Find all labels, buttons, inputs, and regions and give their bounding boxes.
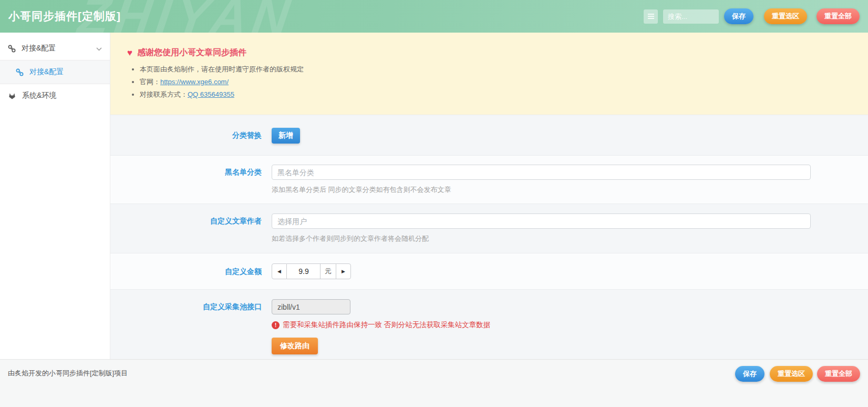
link-icon bbox=[8, 45, 16, 53]
notice-title-row: ♥ 感谢您使用小哥文章同步插件 bbox=[127, 47, 851, 58]
form-row-category-replace: 分类替换 新增 bbox=[110, 115, 868, 155]
author-select-input[interactable] bbox=[272, 213, 811, 229]
heart-icon: ♥ bbox=[127, 48, 132, 58]
form-row-author: 自定义文章作者 如若选择多个作者则同步到的文章作者将会随机分配 bbox=[110, 204, 868, 253]
reset-all-button[interactable]: 重置全部 bbox=[817, 8, 860, 24]
sidebar-item-label: 系统&环境 bbox=[22, 91, 56, 100]
reset-all-button[interactable]: 重置全部 bbox=[817, 366, 860, 382]
notice-line-contact: 对接联系方式：QQ 635649355 bbox=[140, 91, 851, 99]
amount-value-input[interactable] bbox=[287, 263, 321, 279]
stepper-decrease-button[interactable]: ◀ bbox=[272, 263, 287, 279]
stepper-increase-button[interactable]: ▶ bbox=[336, 263, 351, 279]
contact-label: 对接联系方式： bbox=[140, 90, 188, 98]
field-label: 分类替换 bbox=[110, 128, 272, 144]
amount-unit-label: 元 bbox=[320, 263, 336, 279]
header-bar: ZHIYAN 小哥同步插件[定制版] 保存 重置选区 重置全部 bbox=[0, 0, 868, 33]
notice-list: 本页面由炙焰制作，请在使用时遵守原作者的版权规定 官网：https://www.… bbox=[140, 66, 851, 99]
field-label: 自定义文章作者 bbox=[110, 213, 272, 243]
blacklist-category-input[interactable] bbox=[272, 165, 811, 180]
sidebar: 对接&配置 对接&配置 系统&环境 bbox=[0, 33, 110, 359]
form-row-blacklist: 黑名单分类 添加黑名单分类后 同步的文章分类如有包含则不会发布文章 bbox=[110, 155, 868, 204]
menu-icon[interactable] bbox=[644, 9, 658, 24]
warning-text: 需要和采集站插件路由保持一致 否则分站无法获取采集站文章数据 bbox=[283, 320, 490, 330]
header-toolbar: 保存 重置选区 重置全部 bbox=[644, 8, 860, 24]
page-title: 小哥同步插件[定制版] bbox=[8, 9, 121, 24]
reset-selection-button[interactable]: 重置选区 bbox=[764, 8, 807, 24]
notice-line-website: 官网：https://www.xge6.com/ bbox=[140, 78, 851, 86]
website-link[interactable]: https://www.xge6.com/ bbox=[160, 78, 229, 86]
form-row-api-endpoint: 自定义采集池接口 ! 需要和采集站插件路由保持一致 否则分站无法获取采集站文章数… bbox=[110, 289, 868, 359]
qq-contact-link[interactable]: QQ 635649355 bbox=[188, 90, 234, 98]
field-label: 自定义采集池接口 bbox=[110, 299, 272, 354]
chevron-down-icon bbox=[96, 44, 102, 53]
add-category-button[interactable]: 新增 bbox=[272, 128, 300, 144]
link-icon bbox=[16, 68, 24, 76]
reset-selection-button[interactable]: 重置选区 bbox=[770, 366, 813, 382]
field-help-text: 添加黑名单分类后 同步的文章分类如有包含则不会发布文章 bbox=[272, 185, 811, 195]
api-warning: ! 需要和采集站插件路由保持一致 否则分站无法获取采集站文章数据 bbox=[272, 320, 811, 330]
footer-credit-text: 由炙焰开发的小哥同步插件[定制版]项目 bbox=[8, 366, 128, 381]
notice-line-copyright: 本页面由炙焰制作，请在使用时遵守原作者的版权规定 bbox=[140, 66, 851, 74]
website-label: 官网： bbox=[140, 78, 160, 86]
sidebar-group-config[interactable]: 对接&配置 bbox=[0, 37, 110, 60]
notice-title: 感谢您使用小哥文章同步插件 bbox=[137, 47, 246, 58]
api-endpoint-input[interactable] bbox=[272, 299, 350, 314]
warning-icon: ! bbox=[272, 321, 280, 329]
form-row-amount: 自定义金额 ◀ 元 ▶ bbox=[110, 253, 868, 289]
amount-stepper: ◀ 元 ▶ bbox=[272, 263, 351, 279]
field-label: 黑名单分类 bbox=[110, 165, 272, 195]
save-button[interactable]: 保存 bbox=[735, 366, 764, 382]
edit-route-button[interactable]: 修改路由 bbox=[272, 338, 318, 354]
gitlab-icon bbox=[8, 92, 16, 100]
save-button[interactable]: 保存 bbox=[724, 8, 753, 24]
field-label: 自定义金额 bbox=[110, 263, 272, 279]
field-help-text: 如若选择多个作者则同步到的文章作者将会随机分配 bbox=[272, 234, 811, 243]
sidebar-group-label: 对接&配置 bbox=[22, 44, 56, 53]
sidebar-item-config-active[interactable]: 对接&配置 bbox=[0, 60, 110, 84]
sidebar-item-label: 对接&配置 bbox=[29, 67, 64, 77]
footer-bar: 由炙焰开发的小哥同步插件[定制版]项目 保存 重置选区 重置全部 bbox=[0, 359, 868, 407]
footer-toolbar: 保存 重置选区 重置全部 bbox=[735, 366, 860, 382]
welcome-notice: ♥ 感谢您使用小哥文章同步插件 本页面由炙焰制作，请在使用时遵守原作者的版权规定… bbox=[110, 33, 868, 115]
sidebar-item-system[interactable]: 系统&环境 bbox=[0, 84, 110, 107]
main-content: ♥ 感谢您使用小哥文章同步插件 本页面由炙焰制作，请在使用时遵守原作者的版权规定… bbox=[110, 33, 868, 359]
search-input[interactable] bbox=[663, 9, 719, 24]
